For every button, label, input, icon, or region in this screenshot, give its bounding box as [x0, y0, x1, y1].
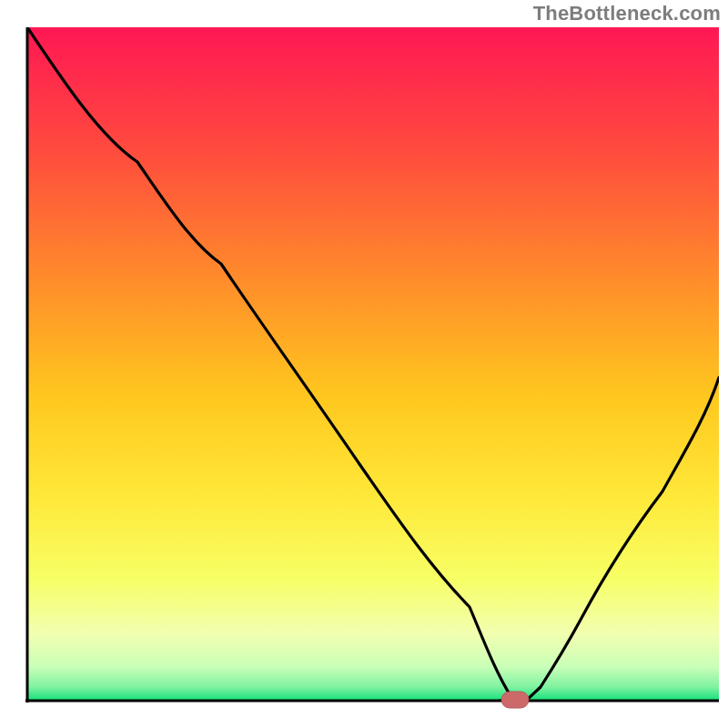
chart-stage: TheBottleneck.com — [0, 0, 728, 728]
bottleneck-chart — [0, 0, 728, 728]
plot-background — [27, 27, 719, 701]
optimal-point-marker — [501, 692, 529, 708]
watermark-text: TheBottleneck.com — [533, 2, 721, 25]
